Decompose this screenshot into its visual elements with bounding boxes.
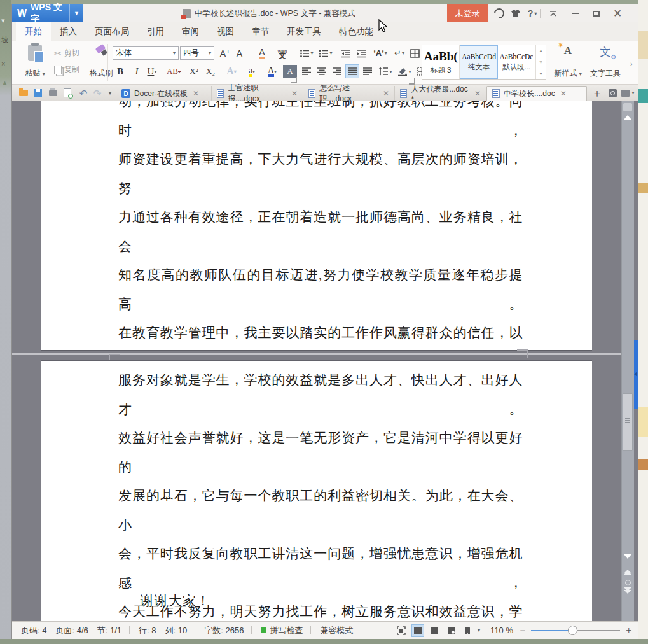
zoom-slider[interactable]	[531, 630, 620, 631]
superscript-button[interactable]: X²	[186, 64, 202, 78]
maximize-icon[interactable]	[587, 4, 605, 22]
reading-layout-icon[interactable]	[623, 103, 632, 111]
align-left-button[interactable]	[300, 64, 314, 78]
tab-section[interactable]: 章节	[243, 22, 278, 41]
character-scale-button[interactable]: ʼAʼ▾	[373, 46, 387, 60]
previous-page-icon[interactable]	[624, 570, 631, 573]
quickbar-caret-icon[interactable]: ▾	[104, 87, 116, 99]
select-browse-object-icon[interactable]	[625, 580, 631, 585]
scroll-down-icon[interactable]	[624, 554, 631, 559]
document-area[interactable]: 动，加强劳动纪律，实行班主任坐班制，抓好教职工业务考核。同时， 师资建设更着重提…	[12, 101, 638, 621]
zoom-slider-thumb[interactable]	[568, 626, 577, 635]
font-size-select[interactable]: 四号▾	[180, 46, 214, 60]
style-default-paragraph[interactable]: AaBbCcDc 默认段...	[498, 45, 535, 79]
wps-menu-button[interactable]: W WPS 文字 ▼	[12, 4, 83, 22]
styles-scroll-down-icon[interactable]: ▼	[536, 57, 546, 68]
doc-tab-3[interactable]: 人大代表最...doc * ✕	[395, 86, 486, 101]
status-word-count[interactable]: 字数: 2656	[204, 625, 244, 636]
new-style-button[interactable]: A 新样式 ▾	[551, 45, 584, 79]
zoom-value[interactable]: 110 %	[490, 626, 513, 635]
document-page-2[interactable]: 服务对象就是学生，学校的效益就是多出人才、快出人才、出好人才。 效益好社会声誉就…	[41, 360, 592, 621]
numbered-list-button[interactable]: ▾	[319, 46, 333, 60]
strikethrough-button[interactable]: AB▾	[163, 64, 184, 78]
tab-list-icon[interactable]	[619, 87, 631, 99]
print-preview-icon[interactable]	[61, 87, 74, 99]
zoom-in-icon[interactable]: ＋	[624, 624, 633, 636]
decrease-indent-button[interactable]	[339, 46, 353, 60]
collapse-ribbon-icon[interactable]	[545, 4, 562, 22]
underline-button[interactable]: U▾	[144, 64, 160, 78]
tab-references[interactable]: 引用	[138, 22, 173, 41]
character-shading-button[interactable]: A	[283, 65, 297, 78]
undo-icon[interactable]: ↶	[77, 87, 90, 99]
align-center-button[interactable]	[315, 64, 329, 78]
help-icon[interactable]: ?▾	[523, 4, 541, 22]
chevron-down-icon[interactable]: ▼	[69, 4, 83, 22]
mobile-view-icon[interactable]	[461, 624, 474, 637]
new-tab-icon[interactable]: ＋	[591, 87, 603, 99]
next-page-icon[interactable]	[624, 590, 631, 594]
styles-more-icon[interactable]: ▼	[536, 67, 546, 79]
highlight-color-button[interactable]: a▾	[242, 64, 261, 78]
doc-tab-2[interactable]: 怎么写述职....docx ✕	[303, 86, 395, 101]
save-icon[interactable]	[32, 87, 45, 99]
mobile-view-caret-icon[interactable]: ▾	[478, 627, 480, 633]
tab-special-features[interactable]: 特色功能	[330, 22, 382, 41]
ribbon-expand-icon[interactable]: ›	[630, 57, 638, 71]
redo-icon[interactable]: ↷	[91, 87, 104, 99]
close-tab-icon[interactable]: ✕	[560, 89, 567, 98]
doc-tab-active[interactable]: 中学校长....doc ✕	[486, 86, 587, 101]
side-panel-handle[interactable]	[634, 340, 638, 409]
login-button[interactable]: 未登录	[447, 4, 488, 22]
paste-button[interactable]: 粘贴 ▾	[21, 45, 49, 79]
subscript-button[interactable]: X₂	[203, 64, 218, 78]
fill-color-button[interactable]: ▾	[397, 64, 411, 78]
styles-scroll-up-icon[interactable]: ▲	[536, 45, 546, 57]
bullet-list-button[interactable]: ▾	[300, 46, 314, 60]
open-file-icon[interactable]	[17, 87, 30, 99]
phonetic-guide-button[interactable]: wén文	[272, 46, 293, 60]
bold-button[interactable]: B	[113, 64, 128, 78]
tab-home[interactable]: 开始	[16, 22, 51, 41]
distribute-button[interactable]	[361, 64, 375, 78]
paragraph-layout-button[interactable]: ↵▾	[392, 46, 406, 60]
justify-button[interactable]	[345, 64, 359, 78]
scrollbar-thumb[interactable]	[623, 393, 633, 451]
close-icon[interactable]: ✕	[609, 4, 626, 22]
close-tab-icon[interactable]: ✕	[383, 89, 389, 98]
page-view-icon[interactable]	[411, 624, 424, 637]
outline-view-icon[interactable]	[428, 624, 441, 637]
grow-font-button[interactable]: A⁺	[217, 46, 233, 60]
history-icon[interactable]	[606, 87, 619, 99]
status-spellcheck[interactable]: 拼写检查	[261, 625, 303, 636]
tab-view[interactable]: 视图	[208, 22, 243, 41]
text-tool-button[interactable]: 文 文字工具	[587, 45, 624, 79]
vertical-scrollbar[interactable]	[621, 101, 634, 621]
doc-tab-1[interactable]: 士官述职报....docx ✕	[212, 86, 303, 101]
font-family-select[interactable]: 宋体▾	[113, 46, 179, 60]
text-effect-button[interactable]: A▾	[222, 64, 241, 78]
print-icon[interactable]	[46, 87, 59, 99]
zoom-out-icon[interactable]: −	[518, 625, 527, 636]
web-view-icon[interactable]	[445, 624, 457, 637]
scroll-up-icon[interactable]	[624, 115, 631, 120]
close-tab-icon[interactable]: ✕	[474, 89, 481, 98]
skin-icon[interactable]	[508, 4, 523, 22]
cut-button[interactable]: ✂ 剪切	[54, 48, 79, 59]
italic-button[interactable]: I	[129, 64, 144, 78]
insert-table-icon[interactable]	[408, 46, 422, 60]
line-spacing-button[interactable]: ▾	[378, 64, 392, 78]
format-painter-button[interactable]: 格式刷	[87, 45, 115, 79]
doc-tab-docer[interactable]: D Docer-在线模板 ✕	[116, 86, 212, 101]
minimize-icon[interactable]	[567, 4, 584, 22]
tab-developer[interactable]: 开发工具	[278, 22, 330, 41]
font-color-button[interactable]: A▾	[263, 64, 282, 78]
clear-format-button[interactable]: A	[254, 46, 270, 60]
tab-insert[interactable]: 插入	[51, 22, 86, 41]
style-heading3[interactable]: AaBb( 标题 3	[422, 45, 460, 79]
tab-page-layout[interactable]: 页面布局	[86, 22, 138, 41]
close-tab-icon[interactable]: ✕	[291, 89, 298, 98]
tab-review[interactable]: 审阅	[173, 22, 208, 41]
close-tab-icon[interactable]: ✕	[193, 89, 199, 98]
feedback-icon[interactable]	[492, 4, 507, 22]
